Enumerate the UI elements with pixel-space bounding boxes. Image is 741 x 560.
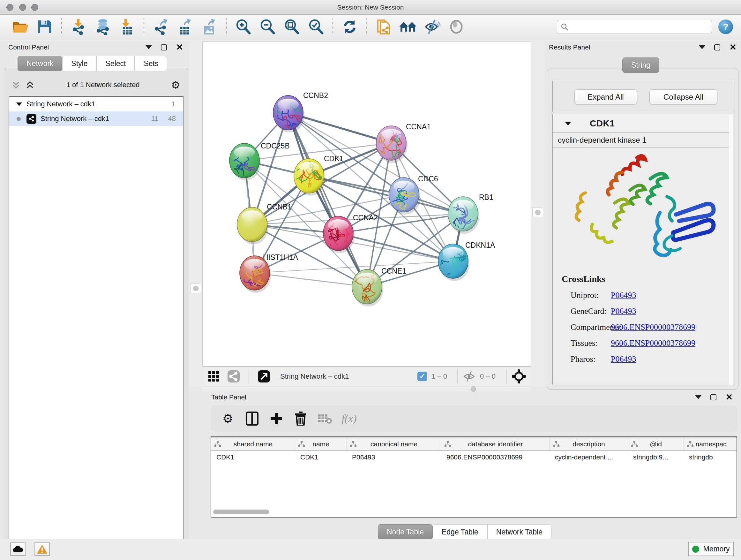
memory-button[interactable]: Memory <box>688 542 734 556</box>
cloud-status-button[interactable] <box>10 543 25 556</box>
column-header-name[interactable]: name <box>295 437 347 450</box>
crosslink-link[interactable]: 9606.ENSP00000378699 <box>611 338 695 348</box>
tab-select[interactable]: Select <box>97 56 135 71</box>
crosslink-link[interactable]: P06493 <box>611 307 636 316</box>
column-header-shared-name[interactable]: shared name <box>211 437 295 450</box>
tree-expander-icon[interactable] <box>16 103 22 106</box>
column-header-description[interactable]: description <box>550 437 628 450</box>
tab-edge-table[interactable]: Edge Table <box>433 524 487 540</box>
delete-table-button[interactable] <box>316 410 334 428</box>
column-header-database-identifier[interactable]: database identifier <box>441 437 550 450</box>
tab-network[interactable]: Network <box>17 56 62 71</box>
table-cell[interactable]: P06493 <box>347 451 441 463</box>
panel-menu-icon[interactable] <box>145 45 152 49</box>
table-horizontal-scrollbar[interactable] <box>213 509 269 514</box>
panel-float-icon[interactable] <box>711 394 717 400</box>
export-network-button[interactable] <box>151 17 170 36</box>
export-image-button[interactable] <box>200 17 219 36</box>
node-CCNB2[interactable] <box>273 96 305 132</box>
birdseye-navigator-icon[interactable] <box>512 369 526 383</box>
zoom-selected-button[interactable] <box>307 17 325 36</box>
zoom-in-button[interactable] <box>234 17 253 36</box>
panel-close-icon[interactable]: ✕ <box>176 44 183 51</box>
right-splitter-grip[interactable] <box>532 207 543 217</box>
panel-menu-icon[interactable] <box>699 45 705 49</box>
tab-node-table[interactable]: Node Table <box>378 524 433 540</box>
node-RB1[interactable] <box>448 197 479 234</box>
node-CDC25B[interactable] <box>228 143 261 184</box>
table-cell[interactable]: cyclin-dependent ... <box>550 451 628 463</box>
zoom-fit-button[interactable] <box>282 17 301 36</box>
network-options-gear-icon[interactable]: ⚙ <box>171 80 180 90</box>
tab-sets[interactable]: Sets <box>135 56 167 71</box>
protein-card-header[interactable]: CDK1 <box>553 114 733 133</box>
import-network-database-button[interactable] <box>93 17 112 36</box>
column-header-namespac[interactable]: namespac <box>684 437 737 450</box>
edge-CCNB2-CCNE1[interactable] <box>288 113 367 287</box>
column-header-canonical-name[interactable]: canonical name <box>347 437 441 450</box>
panel-close-icon[interactable]: ✕ <box>729 44 737 51</box>
edge-HIST1H1A-CCNE1[interactable] <box>255 273 367 287</box>
network-canvas[interactable]: CCNB2CCNA1CDC25BCDK1CDC6RB1CCNB1CCNA2CDK… <box>202 42 531 367</box>
collapse-protein-icon[interactable] <box>565 122 571 125</box>
search-input[interactable] <box>557 20 712 34</box>
tab-string[interactable]: String <box>622 57 659 73</box>
delete-column-button[interactable] <box>292 410 310 428</box>
home-button[interactable] <box>399 17 417 36</box>
import-string-files-button[interactable] <box>374 17 393 36</box>
table-options-button[interactable]: ⚙ <box>219 410 237 428</box>
table-cell[interactable]: 9606.ENSP00000378699 <box>441 451 550 463</box>
crosslink-link[interactable]: P06493 <box>611 291 636 300</box>
import-table-file-button[interactable] <box>118 17 136 36</box>
open-session-button[interactable] <box>11 17 30 36</box>
show-eye-button[interactable] <box>447 17 466 36</box>
column-header--id[interactable]: @id <box>628 437 684 450</box>
panel-close-icon[interactable]: ✕ <box>725 394 733 400</box>
network-view-button[interactable] <box>226 369 241 383</box>
grid-view-button[interactable] <box>207 369 221 383</box>
create-column-button[interactable] <box>267 410 285 428</box>
warnings-button[interactable] <box>35 543 50 556</box>
zoom-out-button[interactable] <box>258 17 277 36</box>
left-splitter-grip[interactable] <box>190 284 201 293</box>
import-network-file-button[interactable] <box>69 17 88 36</box>
node-CCNE1[interactable] <box>352 266 383 307</box>
refresh-button[interactable] <box>340 17 359 36</box>
expand-all-button[interactable]: Expand All <box>575 89 637 105</box>
tab-style[interactable]: Style <box>62 56 96 71</box>
left-splitter[interactable] <box>189 42 202 386</box>
tab-network-table[interactable]: Network Table <box>487 524 551 540</box>
panel-menu-icon[interactable] <box>695 395 701 399</box>
panel-float-icon[interactable] <box>161 44 167 51</box>
panel-float-icon[interactable] <box>714 44 720 51</box>
node-CCNB1[interactable] <box>237 207 268 244</box>
crosslink-link[interactable]: P06493 <box>611 354 636 364</box>
table-cell[interactable]: stringdb <box>684 451 737 463</box>
export-table-button[interactable] <box>176 17 194 36</box>
crosslink-link[interactable]: 9606.ENSP00000378699 <box>611 322 695 332</box>
table-cell[interactable]: CDK1 <box>211 451 295 463</box>
collapse-all-button[interactable]: Collapse All <box>650 89 718 105</box>
right-splitter[interactable] <box>531 42 544 386</box>
help-button[interactable]: ? <box>718 19 733 34</box>
network-row[interactable]: String Network – cdk1 11 48 <box>9 111 183 126</box>
results-scrollbar[interactable] <box>729 114 733 385</box>
collapse-all-icon[interactable] <box>11 80 21 90</box>
hide-unhide-button[interactable] <box>423 17 441 36</box>
node-CDK1[interactable] <box>293 159 325 196</box>
table-cell[interactable]: stringdb:9... <box>628 451 684 463</box>
node-CCNA1[interactable] <box>374 122 408 163</box>
save-session-button[interactable] <box>36 17 54 36</box>
function-builder-button[interactable]: f(x) <box>340 410 358 428</box>
hidden-eye-icon[interactable] <box>463 371 475 381</box>
network-collection-row[interactable]: String Network – cdk1 1 <box>9 97 183 111</box>
table-row[interactable]: CDK1CDK1P064939606.ENSP00000378699cyclin… <box>211 451 737 463</box>
node-CCNA2[interactable] <box>323 216 354 253</box>
selected-checkbox-icon[interactable]: ✓ <box>417 372 427 381</box>
expand-all-icon[interactable] <box>25 80 35 90</box>
bottom-splitter[interactable] <box>202 386 531 391</box>
table-cell[interactable]: CDK1 <box>295 451 347 463</box>
network-graph[interactable]: CCNB2CCNA1CDC25BCDK1CDC6RB1CCNB1CCNA2CDK… <box>203 42 531 366</box>
show-columns-button[interactable] <box>243 410 261 428</box>
detach-view-button[interactable] <box>257 369 271 383</box>
